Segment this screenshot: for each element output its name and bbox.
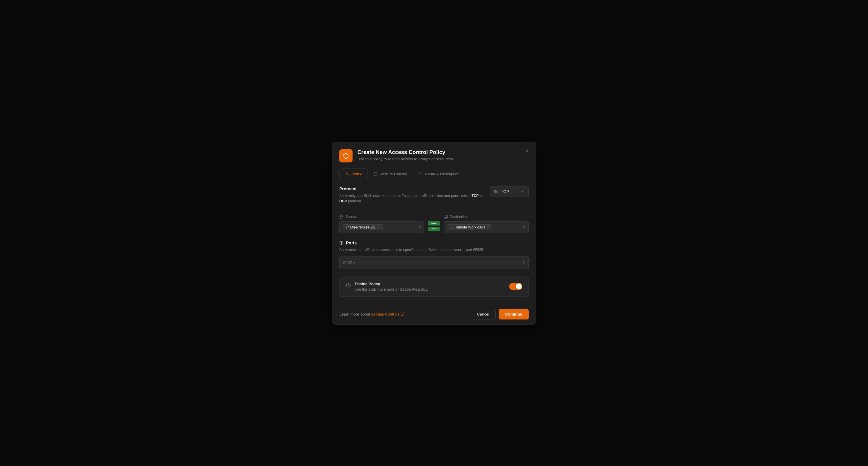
enable-policy-text: Enable Policy Use this switch to enable … — [355, 281, 428, 292]
power-icon — [346, 282, 351, 288]
svg-rect-9 — [347, 226, 349, 227]
ports-input[interactable]: 5432 × — [339, 256, 529, 269]
tab-posture-checks[interactable]: Posture Checks — [368, 168, 413, 179]
ports-description: Allow network traffic and access only to… — [339, 247, 529, 253]
port-remove-icon[interactable]: × — [353, 260, 355, 265]
destination-tag-input[interactable]: Remote Workloads — [444, 221, 529, 233]
protocol-value: TCP — [501, 189, 509, 194]
dest-tag-remove-icon[interactable] — [486, 226, 489, 229]
ports-chevron-updown-icon — [522, 260, 525, 265]
tabs-container: Policy Posture Checks Name & Description — [339, 168, 529, 179]
enable-policy-toggle[interactable] — [509, 283, 522, 290]
modal-title-text: Create New Access Control Policy Use thi… — [358, 149, 454, 161]
svg-rect-10 — [346, 228, 347, 229]
svg-rect-5 — [340, 215, 341, 216]
protocol-section: Protocol Allow only specified network pr… — [339, 187, 529, 207]
modal-body: Protocol Allow only specified network pr… — [332, 179, 536, 304]
protocol-select-button[interactable]: TCP — [490, 187, 529, 197]
protocol-title: Protocol — [339, 187, 485, 191]
svg-point-20 — [341, 242, 342, 243]
external-link-icon — [401, 312, 404, 316]
svg-point-19 — [340, 241, 343, 244]
modal-icon — [339, 149, 352, 162]
svg-point-3 — [494, 190, 496, 191]
ports-title: Ports — [339, 240, 529, 245]
ports-section: Ports Allow network traffic and access o… — [339, 240, 529, 269]
source-tag-input[interactable]: On-Premise-DB — [339, 221, 424, 233]
source-tag-remove-icon[interactable] — [377, 226, 380, 229]
modal-header: Create New Access Control Policy Use thi… — [332, 142, 536, 179]
port-tag: 5432 × — [343, 260, 355, 265]
continue-button[interactable]: Continue — [499, 309, 529, 320]
enable-policy-description: Use this switch to enable or disable the… — [355, 287, 428, 292]
protocol-description: Allow only specified network protocols. … — [339, 193, 485, 204]
source-tag: On-Premise-DB — [343, 224, 382, 230]
svg-point-4 — [496, 192, 497, 193]
svg-rect-8 — [346, 226, 347, 227]
svg-rect-6 — [342, 215, 343, 216]
svg-rect-15 — [444, 215, 447, 218]
svg-rect-16 — [450, 226, 453, 228]
enable-policy-box: Enable Policy Use this switch to enable … — [339, 276, 529, 297]
dest-chevron-updown-icon — [523, 224, 525, 230]
source-label: Source — [339, 215, 424, 219]
close-button[interactable]: × — [523, 147, 531, 155]
modal-subtitle: Use this policy to restrict access to gr… — [358, 157, 454, 161]
footer-learn: Learn more about Access Controls — [339, 312, 404, 317]
source-dest-section: Source On-Premise-DB — [339, 215, 529, 233]
svg-line-22 — [402, 313, 404, 315]
tab-name-description[interactable]: Name & Description — [413, 168, 465, 179]
modal-dialog: Create New Access Control Policy Use thi… — [332, 142, 536, 325]
destination-label: Destination — [444, 215, 529, 219]
source-chevron-updown-icon — [419, 224, 421, 230]
source-column: Source On-Premise-DB — [339, 215, 424, 233]
svg-rect-7 — [340, 217, 341, 218]
modal-footer: Learn more about Access Controls Cancel … — [332, 304, 536, 324]
modal-title: Create New Access Control Policy — [358, 149, 454, 156]
footer-buttons: Cancel Continue — [471, 309, 529, 320]
modal-overlay[interactable]: Create New Access Control Policy Use thi… — [0, 0, 868, 466]
enable-policy-title: Enable Policy — [355, 281, 428, 286]
enable-policy-left: Enable Policy Use this switch to enable … — [346, 281, 428, 292]
tab-policy[interactable]: Policy — [339, 168, 368, 179]
destination-tag: Remote Workloads — [447, 224, 492, 230]
protocol-chevron-icon — [521, 189, 525, 194]
destination-column: Destination Remote Workloads — [444, 215, 529, 233]
access-controls-link[interactable]: Access Controls — [371, 312, 404, 317]
direction-arrows — [428, 221, 440, 233]
cancel-button[interactable]: Cancel — [471, 309, 495, 320]
